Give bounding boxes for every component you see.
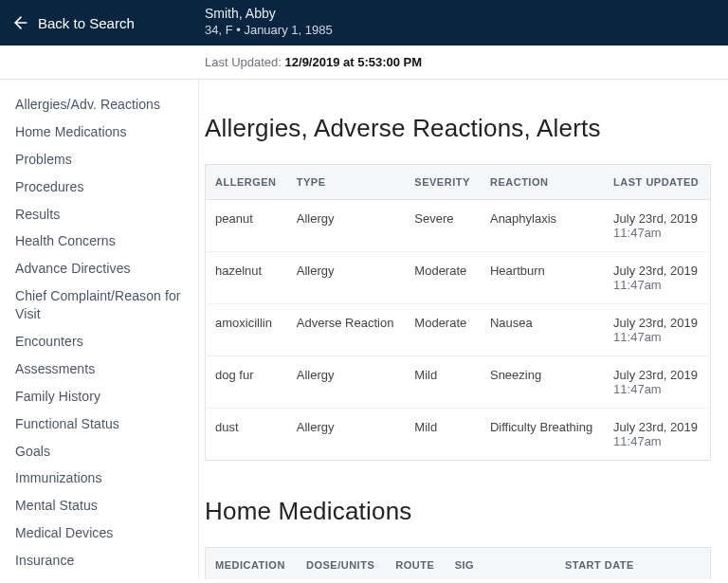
table-cell-updated: July 23rd, 201911:47am: [604, 304, 710, 356]
last-updated-prefix: Last Updated:: [205, 55, 285, 69]
sidebar-item[interactable]: Encounters: [9, 328, 198, 355]
column-header: REACTION: [481, 165, 604, 200]
sidebar-nav: Allergies/Adv. ReactionsHome Medications…: [0, 80, 199, 579]
sidebar-item[interactable]: Results: [9, 201, 198, 228]
table-cell-updated: July 23rd, 201911:47am: [604, 200, 710, 252]
table-row: dog furAllergyMildSneezingJuly 23rd, 201…: [206, 356, 711, 409]
sidebar-item[interactable]: Treatment Plan: [9, 574, 198, 579]
sidebar-item[interactable]: Home Medications: [9, 118, 198, 146]
column-header: ALLERGEN: [206, 165, 287, 200]
table-cell: Mild: [405, 356, 481, 409]
sidebar-item[interactable]: Allergies/Adv. Reactions: [9, 91, 198, 118]
sidebar-item[interactable]: Procedures: [9, 173, 198, 201]
table-cell: Allergy: [287, 200, 406, 252]
table-row: dustAllergyMildDifficulty BreathingJuly …: [206, 409, 711, 461]
table-cell: peanut: [206, 200, 287, 252]
sidebar-item[interactable]: Health Concerns: [9, 228, 198, 255]
allergies-section-title: Allergies, Adverse Reactions, Alerts: [205, 114, 711, 143]
sidebar-item[interactable]: Family History: [9, 383, 198, 410]
top-bar: Back to Search Smith, Abby 34, F • Janua…: [0, 0, 728, 46]
table-row: peanutAllergySevereAnaphylaxisJuly 23rd,…: [206, 200, 711, 252]
patient-header: Smith, Abby 34, F • January 1, 1985: [205, 6, 333, 37]
sidebar-item[interactable]: Assessments: [9, 355, 198, 383]
table-cell: dust: [206, 409, 287, 461]
table-cell: Sneezing: [481, 356, 604, 409]
column-header: START DATE: [555, 548, 711, 580]
medications-table: MEDICATIONDOSE/UNITSROUTESIGSTART DATE A…: [205, 547, 711, 579]
arrow-left-icon: [11, 13, 30, 32]
column-header: MEDICATION: [206, 548, 297, 580]
table-cell: Allergy: [287, 356, 406, 409]
column-header: SIG: [446, 548, 555, 580]
table-cell: Moderate: [405, 304, 481, 356]
table-row: hazelnutAllergyModerateHeartburnJuly 23r…: [206, 252, 711, 304]
table-cell: hazelnut: [206, 252, 287, 304]
table-cell: Severe: [405, 200, 481, 252]
table-cell: Allergy: [287, 252, 406, 304]
last-updated-value: 12/9/2019 at 5:53:00 PM: [285, 55, 423, 69]
back-label: Back to Search: [38, 15, 135, 31]
column-header: DOSE/UNITS: [297, 548, 386, 580]
table-cell-updated: July 23rd, 201911:47am: [604, 252, 710, 304]
medications-section-title: Home Medications: [205, 497, 711, 526]
sidebar-item[interactable]: Chief Complaint/Reason for Visit: [9, 282, 198, 328]
table-cell: Nausea: [481, 304, 604, 356]
sidebar-item[interactable]: Functional Status: [9, 410, 198, 438]
table-cell: Mild: [405, 409, 481, 461]
column-header: SEVERITY: [405, 165, 481, 200]
table-cell: amoxicillin: [206, 304, 287, 356]
table-cell: Difficulty Breathing: [481, 409, 604, 461]
main-content: Allergies, Adverse Reactions, Alerts ALL…: [199, 80, 728, 579]
column-header: TYPE: [287, 165, 406, 200]
last-updated-bar: Last Updated: 12/9/2019 at 5:53:00 PM: [0, 46, 728, 80]
sidebar-item[interactable]: Insurance: [9, 547, 198, 574]
patient-name: Smith, Abby: [205, 6, 333, 21]
table-cell-updated: July 23rd, 201911:47am: [604, 356, 710, 409]
table-row: amoxicillinAdverse ReactionModerateNause…: [206, 304, 711, 356]
column-header: LAST UPDATED: [604, 165, 710, 200]
column-header: ROUTE: [386, 548, 445, 580]
sidebar-item[interactable]: Mental Status: [9, 492, 198, 519]
table-cell-updated: July 23rd, 201911:47am: [604, 409, 710, 461]
sidebar-item[interactable]: Immunizations: [9, 465, 198, 492]
sidebar-item[interactable]: Goals: [9, 438, 198, 465]
back-to-search-button[interactable]: Back to Search: [11, 13, 135, 32]
sidebar-item[interactable]: Problems: [9, 146, 198, 173]
table-cell: Allergy: [287, 409, 406, 461]
table-cell: Anaphylaxis: [481, 200, 604, 252]
table-cell: dog fur: [206, 356, 287, 409]
patient-meta: 34, F • January 1, 1985: [205, 23, 333, 37]
table-cell: Moderate: [405, 252, 481, 304]
table-cell: Heartburn: [481, 252, 604, 304]
allergies-table: ALLERGENTYPESEVERITYREACTIONLAST UPDATED…: [205, 164, 711, 461]
sidebar-item[interactable]: Advance Directives: [9, 255, 198, 282]
sidebar-item[interactable]: Medical Devices: [9, 519, 198, 547]
table-cell: Adverse Reaction: [287, 304, 406, 356]
